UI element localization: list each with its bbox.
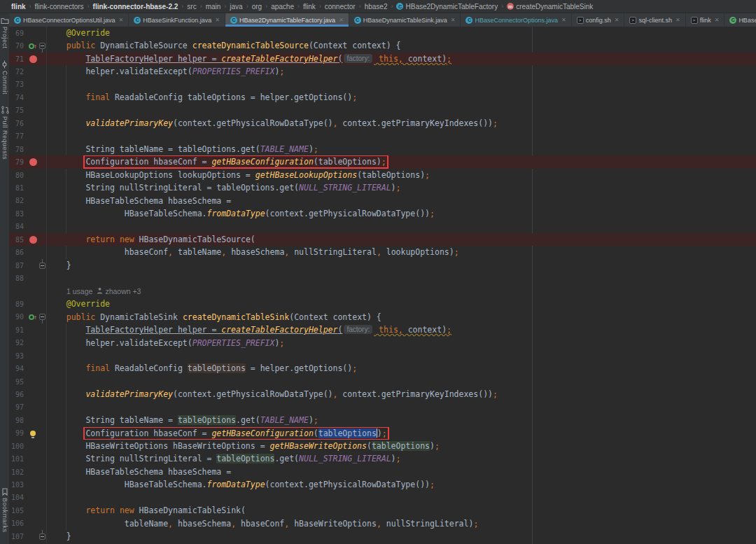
- breakpoint-icon[interactable]: [29, 236, 37, 244]
- line-number[interactable]: 102: [9, 468, 27, 476]
- code-line[interactable]: 102 HBaseTableSchema hbaseSchema =: [9, 466, 756, 478]
- breadcrumb-item[interactable]: mcreateDynamicTableSink: [507, 3, 593, 11]
- code-line[interactable]: 78 String tableName = tableOptions.get(T…: [9, 143, 756, 155]
- line-number[interactable]: 72: [9, 68, 27, 76]
- breadcrumb-item[interactable]: connector: [325, 3, 356, 11]
- code-line[interactable]: 97: [9, 401, 756, 414]
- breadcrumb-item[interactable]: apache: [271, 3, 294, 11]
- code-line[interactable]: 90↑ public DynamicTableSink createDynami…: [9, 311, 756, 323]
- code-line[interactable]: 88: [9, 272, 756, 284]
- sidebar-item-project[interactable]: Project: [1, 17, 9, 49]
- breadcrumb-item[interactable]: src: [187, 3, 196, 11]
- line-number[interactable]: 106: [9, 519, 27, 527]
- tab-HBase2DynamicTableFactory.java[interactable]: CHBase2DynamicTableFactory.java✕: [225, 13, 349, 27]
- tab-sql-client.sh[interactable]: >sql-client.sh✕: [624, 13, 685, 27]
- line-number[interactable]: 78: [9, 146, 27, 153]
- code-line[interactable]: 84: [9, 221, 756, 233]
- code-line[interactable]: 87 }: [9, 259, 756, 272]
- tab-close-icon[interactable]: ✕: [676, 17, 680, 23]
- override-method-icon[interactable]: ↑: [29, 43, 37, 49]
- code-line[interactable]: 92 helper.validateExcept(PROPERTIES_PREF…: [9, 337, 756, 349]
- code-line[interactable]: 94 final ReadableConfig tableOptions = h…: [9, 362, 756, 375]
- line-number[interactable]: 73: [9, 81, 27, 88]
- tab-close-icon[interactable]: ✕: [451, 17, 456, 23]
- tab-HBaseSinkFunction.java[interactable]: CHBaseSinkFunction.java✕: [129, 13, 225, 27]
- code-line[interactable]: 105 return new HBaseDynamicTableSink(: [9, 504, 756, 517]
- line-number[interactable]: 80: [9, 172, 27, 179]
- breadcrumb-item[interactable]: flink: [303, 3, 316, 11]
- line-number[interactable]: 87: [9, 262, 27, 270]
- line-number[interactable]: 99: [9, 429, 27, 437]
- code-line[interactable]: 70↑ public DynamicTableSource createDyna…: [9, 39, 756, 52]
- breadcrumb-item[interactable]: flink: [11, 3, 26, 11]
- line-number[interactable]: 104: [9, 494, 27, 501]
- line-number[interactable]: 81: [9, 184, 27, 192]
- code-line[interactable]: 83 HBaseTableSchema.fromDataType(context…: [9, 207, 756, 220]
- code-line[interactable]: 101 String nullStringLiteral = tableOpti…: [9, 452, 756, 465]
- line-number[interactable]: 107: [9, 533, 27, 540]
- code-editor[interactable]: 69 @Override70↑ public DynamicTableSourc…: [9, 27, 756, 544]
- intention-bulb-icon[interactable]: [30, 431, 36, 436]
- code-line[interactable]: 80 HBaseLookupOptions lookupOptions = ge…: [9, 169, 756, 181]
- line-number[interactable]: 91: [9, 326, 27, 334]
- tab-HBaseConnectorOptions.java[interactable]: CHBaseConnectorOptions.java✕: [461, 13, 571, 27]
- line-number[interactable]: 101: [9, 455, 27, 463]
- code-line[interactable]: 100 HBaseWriteOptions hBaseWriteOptions …: [9, 440, 756, 452]
- line-number[interactable]: 89: [9, 300, 27, 308]
- line-number[interactable]: 90: [9, 313, 27, 321]
- line-number[interactable]: 71: [9, 55, 27, 63]
- code-line[interactable]: 96 validatePrimaryKey(context.getPhysica…: [9, 388, 756, 400]
- line-number[interactable]: 105: [9, 507, 27, 515]
- code-line[interactable]: 91 TableFactoryHelper helper = createTab…: [9, 323, 756, 336]
- code-line[interactable]: 69 @Override: [9, 27, 756, 39]
- code-line[interactable]: 82 HBaseTableSchema hbaseSchema =: [9, 195, 756, 207]
- line-number[interactable]: 76: [9, 120, 27, 127]
- line-number[interactable]: 88: [9, 274, 27, 282]
- line-number[interactable]: 95: [9, 378, 27, 386]
- code-line[interactable]: 107 }: [9, 530, 756, 543]
- line-number[interactable]: 75: [9, 106, 27, 114]
- author-hint[interactable]: zhaown +3: [97, 285, 141, 298]
- tab-close-icon[interactable]: ✕: [215, 17, 220, 23]
- line-number[interactable]: 82: [9, 197, 27, 204]
- code-line[interactable]: 106 tableName, hbaseSchema, hbaseConf, h…: [9, 517, 756, 530]
- sidebar-item-bookmarks[interactable]: Bookmarks: [1, 488, 8, 533]
- code-line[interactable]: 74 final ReadableConfig tableOptions = h…: [9, 91, 756, 104]
- line-number[interactable]: 77: [9, 132, 27, 140]
- tab-close-icon[interactable]: ✕: [715, 17, 720, 23]
- breadcrumb-item[interactable]: org: [252, 3, 262, 11]
- line-number[interactable]: 70: [9, 42, 27, 50]
- line-number[interactable]: 103: [9, 481, 27, 489]
- line-number[interactable]: 85: [9, 236, 27, 244]
- override-method-icon[interactable]: ↑: [29, 314, 37, 320]
- line-number[interactable]: 100: [9, 442, 27, 450]
- line-number[interactable]: 94: [9, 365, 27, 372]
- line-number[interactable]: 79: [9, 158, 27, 166]
- tab-HBaseConfiguration.class[interactable]: CHBaseConfiguration.class✕: [724, 13, 756, 27]
- line-number[interactable]: 74: [9, 94, 27, 102]
- fold-marker-icon[interactable]: [39, 314, 46, 320]
- code-line[interactable]: 86 hbaseConf, tableName, hbaseSchema, nu…: [9, 246, 756, 258]
- code-line[interactable]: 89 @Override: [9, 298, 756, 310]
- breadcrumb-item[interactable]: hbase2: [365, 3, 388, 11]
- line-number[interactable]: 96: [9, 391, 27, 398]
- code-line[interactable]: 104: [9, 491, 756, 504]
- code-line[interactable]: 99 Configuration hbaseConf = getHBaseCon…: [9, 427, 756, 440]
- tab-HBaseConnectorOptionsUtil.java[interactable]: CHBaseConnectorOptionsUtil.java✕: [9, 13, 129, 27]
- line-number[interactable]: 69: [9, 29, 27, 37]
- code-line[interactable]: 103 HBaseTableSchema.fromDataType(contex…: [9, 478, 756, 491]
- code-line[interactable]: 79 Configuration hbaseConf = getHBaseCon…: [9, 155, 756, 168]
- line-number[interactable]: 97: [9, 403, 27, 411]
- code-line[interactable]: 73: [9, 78, 756, 91]
- usages-hint[interactable]: 1 usage: [66, 285, 92, 298]
- fold-marker-icon[interactable]: [39, 533, 46, 540]
- breakpoint-icon[interactable]: [29, 158, 37, 166]
- sidebar-item-commit[interactable]: Commit: [1, 60, 8, 95]
- code-line[interactable]: 75: [9, 104, 756, 117]
- line-number[interactable]: 86: [9, 249, 27, 256]
- line-number[interactable]: 93: [9, 352, 27, 360]
- code-line[interactable]: 98 String tableName = tableOptions.get(T…: [9, 414, 756, 426]
- code-line[interactable]: 77: [9, 130, 756, 143]
- code-line[interactable]: 93: [9, 349, 756, 362]
- breadcrumb-item[interactable]: main: [206, 3, 221, 11]
